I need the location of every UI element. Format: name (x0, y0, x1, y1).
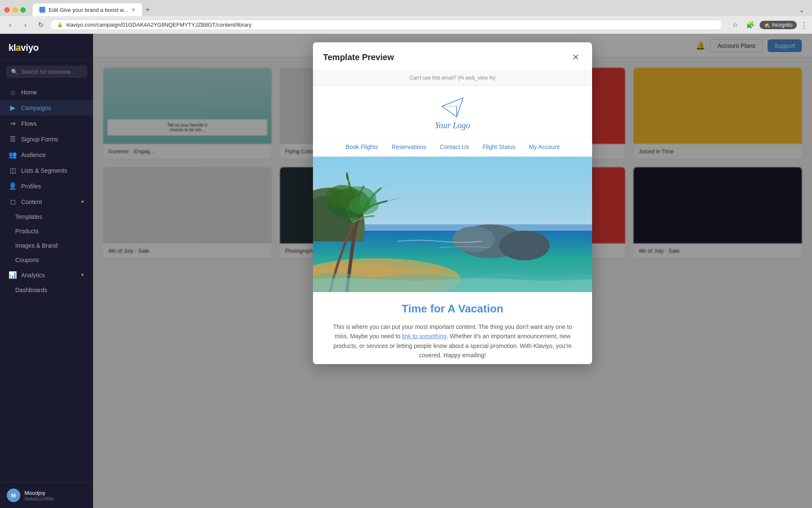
user-id: 5b4a5c1c8f0e (25, 496, 86, 501)
modal-overlay[interactable]: Template Preview ✕ Can't see this email?… (93, 34, 812, 508)
sidebar-item-audience[interactable]: 👥 Audience (0, 147, 93, 163)
svg-marker-0 (442, 98, 463, 117)
modal-header: Template Preview ✕ (313, 42, 592, 71)
app-layout: klaviyo 🔍 ⌂ Home ▶ Campaigns ⇒ Flows ☰ S… (0, 34, 812, 508)
template-preview-modal: Template Preview ✕ Can't see this email?… (313, 42, 592, 364)
profiles-icon: 👤 (8, 182, 17, 190)
content-icon: ◻ (8, 198, 17, 206)
email-logo-text: Your Logo (321, 121, 584, 130)
sidebar-item-home[interactable]: ⌂ Home (0, 85, 93, 100)
lock-icon: 🔒 (57, 22, 63, 28)
minimize-window-button[interactable] (12, 7, 18, 13)
modal-close-button[interactable]: ✕ (569, 51, 582, 64)
close-window-button[interactable] (4, 7, 10, 13)
email-nav: Book Flights Reservations Contact Us Fli… (313, 138, 592, 157)
sidebar-item-coupons[interactable]: Coupons (0, 253, 93, 267)
hero-scene-svg (313, 157, 592, 292)
search-input[interactable] (21, 69, 82, 75)
refresh-button[interactable]: ↻ (35, 19, 47, 31)
email-nav-reservations[interactable]: Reservations (392, 144, 426, 150)
sidebar-item-content[interactable]: ◻ Content ▼ (0, 194, 93, 210)
email-logo-icon (440, 96, 465, 119)
browser-chrome: Edit Give your brand a boost w... ✕ + ⌄ … (0, 0, 812, 34)
svg-point-7 (499, 231, 550, 260)
extension-button[interactable]: 🧩 (744, 19, 756, 31)
email-preview: Your Logo Book Flights Reservations Cont… (313, 86, 592, 364)
sidebar-item-flows[interactable]: ⇒ Flows (0, 116, 93, 131)
home-icon: ⌂ (8, 88, 17, 96)
sidebar-item-templates[interactable]: Templates (0, 210, 93, 224)
sidebar-label-lists-segments: Lists & Segments (21, 167, 67, 174)
svg-point-13 (349, 196, 379, 215)
browser-menu-button[interactable]: ⋮ (800, 20, 808, 30)
sidebar-label-dashboards: Dashboards (15, 287, 47, 293)
incognito-label: Incognito (772, 22, 793, 28)
sidebar-item-campaigns[interactable]: ▶ Campaigns (0, 100, 93, 116)
sidebar: klaviyo 🔍 ⌂ Home ▶ Campaigns ⇒ Flows ☰ S… (0, 34, 93, 508)
preview-outer-band: Can't see this email? {% web_view %} (313, 71, 592, 86)
sidebar-label-content: Content (21, 199, 42, 205)
klaviyo-logo: klaviyo (8, 42, 85, 53)
svg-point-8 (453, 226, 495, 252)
sidebar-label-profiles: Profiles (21, 183, 41, 190)
sidebar-logo-area: klaviyo (0, 34, 93, 61)
email-nav-book-flights[interactable]: Book Flights (346, 144, 378, 150)
address-bar[interactable]: 🔒 klaviyo.com/campaign/01GDAK4A2YG8NQEFM… (50, 19, 722, 30)
sidebar-search-container[interactable]: 🔍 (6, 66, 87, 78)
signup-forms-icon: ☰ (8, 135, 17, 143)
tab-title: Edit Give your brand a boost w... (49, 7, 128, 13)
user-profile-row[interactable]: M Moodjoy 5b4a5c1c8f0e (7, 489, 86, 502)
analytics-icon: 📊 (8, 271, 17, 279)
incognito-icon: 🕵 (764, 22, 770, 28)
modal-body[interactable]: Can't see this email? {% web_view %} (313, 71, 592, 364)
back-button[interactable]: ‹ (4, 19, 16, 31)
sidebar-label-home: Home (21, 89, 37, 96)
email-headline: Time for A Vacation (326, 302, 579, 315)
modal-title: Template Preview (323, 52, 394, 62)
user-info: Moodjoy 5b4a5c1c8f0e (25, 490, 86, 501)
lists-icon: ◫ (8, 166, 17, 174)
sidebar-label-audience: Audience (21, 152, 46, 158)
sidebar-nav: ⌂ Home ▶ Campaigns ⇒ Flows ☰ Signup Form… (0, 83, 93, 482)
email-nav-my-account[interactable]: My Account (529, 144, 560, 150)
sidebar-item-images-brand[interactable]: Images & Brand (0, 238, 93, 253)
sidebar-item-profiles[interactable]: 👤 Profiles (0, 178, 93, 194)
bookmark-button[interactable]: ☆ (729, 19, 741, 31)
tab-bar: Edit Give your brand a boost w... ✕ + ⌄ (0, 0, 812, 16)
browser-actions: ☆ 🧩 🕵 Incognito ⋮ (729, 19, 808, 31)
email-body-section: Time for A Vacation This is where you ca… (313, 292, 592, 364)
window-controls (4, 7, 26, 13)
sidebar-item-dashboards[interactable]: Dashboards (0, 283, 93, 297)
maximize-window-button[interactable] (20, 7, 26, 13)
forward-button[interactable]: › (19, 19, 31, 31)
new-tab-button[interactable]: + (145, 6, 150, 14)
sidebar-label-templates: Templates (15, 213, 42, 220)
sidebar-label-coupons: Coupons (15, 257, 39, 263)
sidebar-label-campaigns: Campaigns (21, 105, 51, 111)
email-hero-image (313, 157, 592, 292)
sidebar-item-signup-forms[interactable]: ☰ Signup Forms (0, 131, 93, 147)
main-content: 🔔 Account Plans Support Tell us your fav… (93, 34, 812, 508)
tab-list-button[interactable]: ⌄ (799, 6, 804, 14)
email-logo-section: Your Logo (313, 86, 592, 138)
sidebar-item-lists-segments[interactable]: ◫ Lists & Segments (0, 163, 93, 178)
sidebar-footer: M Moodjoy 5b4a5c1c8f0e (0, 482, 93, 508)
campaigns-icon: ▶ (8, 104, 17, 112)
tab-close-button[interactable]: ✕ (132, 7, 135, 13)
sidebar-item-analytics[interactable]: 📊 Analytics ▼ (0, 267, 93, 283)
email-nav-contact-us[interactable]: Contact Us (440, 144, 469, 150)
incognito-button[interactable]: 🕵 Incognito (760, 21, 797, 29)
tab-favicon (39, 7, 45, 13)
webview-bar: Can't see this email? {% web_view %} (313, 71, 592, 86)
address-bar-row: ‹ › ↻ 🔒 klaviyo.com/campaign/01GDAK4A2YG… (0, 16, 812, 33)
sidebar-label-images-brand: Images & Brand (15, 242, 58, 249)
active-tab[interactable]: Edit Give your brand a boost w... ✕ (33, 3, 142, 16)
audience-icon: 👥 (8, 151, 17, 159)
email-link[interactable]: link to something (402, 333, 447, 340)
sidebar-item-products[interactable]: Products (0, 224, 93, 238)
search-icon: 🔍 (11, 69, 18, 75)
close-icon: ✕ (572, 52, 579, 62)
flows-icon: ⇒ (8, 119, 17, 127)
email-nav-flight-status[interactable]: Flight Status (483, 144, 516, 150)
sidebar-label-products: Products (15, 228, 38, 235)
